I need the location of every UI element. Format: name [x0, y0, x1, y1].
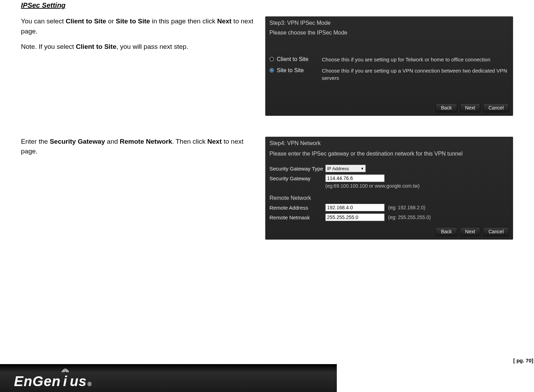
addr-hint: (eg: 192.168.2.0): [388, 205, 425, 210]
footer-bar: EnGeni us®: [0, 364, 337, 392]
p2-t2: and: [105, 138, 120, 145]
next-button[interactable]: Next: [460, 227, 481, 236]
step4-subtitle: Please enter the IPSec gateway or the de…: [265, 149, 513, 164]
gw-type-select[interactable]: IP Address ▼: [325, 165, 366, 172]
note-t2: , you will pass next step.: [116, 43, 188, 50]
back-button[interactable]: Back: [436, 227, 457, 236]
mask-hint: (eg: 255.255.255.0): [388, 214, 431, 220]
paragraph-2: Enter the Security Gateway and Remote Ne…: [21, 137, 255, 157]
radio-unselected-icon: [269, 57, 274, 61]
step4-title: Step4: VPN Network: [265, 137, 513, 149]
note-t1: Note. If you select: [21, 43, 76, 50]
cancel-button[interactable]: Cancel: [483, 227, 509, 236]
gw-type-value: IP Address: [327, 166, 349, 171]
next-button[interactable]: Next: [460, 103, 481, 112]
step3-panel: Step3: VPN IPSec Mode Please choose the …: [265, 16, 513, 116]
wifi-icon: [61, 368, 69, 373]
p2-t1: Enter the: [21, 138, 50, 145]
p2-b2: Remote Network: [120, 138, 172, 145]
p1-bold1: Client to Site: [66, 17, 106, 25]
mask-input[interactable]: [325, 213, 385, 221]
p1-bold2: Site to Site: [116, 17, 150, 25]
gw-type-label: Security Gateway Type: [269, 166, 325, 172]
radio-client-to-site[interactable]: Client to Site: [269, 56, 322, 63]
page-footer: [ pg. 70] EnGeni us®: [0, 355, 534, 392]
engenius-logo: EnGeni us®: [14, 374, 92, 389]
p2-b3: Next: [207, 138, 222, 145]
p2-t3: . Then click: [172, 138, 207, 145]
step3-title: Step3: VPN IPSec Mode: [265, 16, 513, 28]
gw-hint: (eg:69.100.100.100 or www.google.com.tw): [325, 183, 513, 191]
cancel-button[interactable]: Cancel: [483, 103, 509, 112]
radio-client-label: Client to Site: [277, 56, 309, 62]
chevron-down-icon: ▼: [361, 167, 364, 171]
p2-b1: Security Gateway: [50, 138, 105, 145]
gw-input[interactable]: [325, 174, 385, 182]
page-number: [ pg. 70]: [513, 357, 533, 363]
remote-network-heading: Remote Network: [265, 191, 513, 203]
p1-text3: in this page then click: [150, 17, 217, 25]
addr-label: Remote Address: [269, 205, 325, 211]
step4-panel: Step4: VPN Network Please enter the IPSe…: [265, 137, 513, 240]
section-heading: IPSec Setting: [21, 0, 513, 9]
radio-client-desc: Choose this if you are setting up for Te…: [322, 56, 509, 63]
radio-site-to-site[interactable]: Site to Site: [269, 67, 322, 82]
p1-text2: or: [106, 17, 116, 25]
paragraph-1: You can select Client to Site or Site to…: [21, 16, 255, 36]
radio-selected-icon: [269, 68, 274, 73]
back-button[interactable]: Back: [436, 103, 457, 112]
gw-label: Security Gateway: [269, 175, 325, 181]
registered-icon: ®: [88, 381, 92, 387]
radio-site-desc: Choose this if you are setting up a VPN …: [322, 67, 509, 82]
mask-label: Remote Netmask: [269, 214, 325, 220]
note-b1: Client to Site: [76, 43, 116, 50]
addr-input[interactable]: [325, 204, 385, 211]
p1-text: You can select: [21, 17, 66, 25]
p1-bold3: Next: [217, 17, 231, 25]
step3-subtitle: Please choose the IPSec Mode: [265, 28, 513, 42]
radio-site-label: Site to Site: [277, 67, 304, 74]
note-paragraph: Note. If you select Client to Site, you …: [21, 42, 255, 52]
